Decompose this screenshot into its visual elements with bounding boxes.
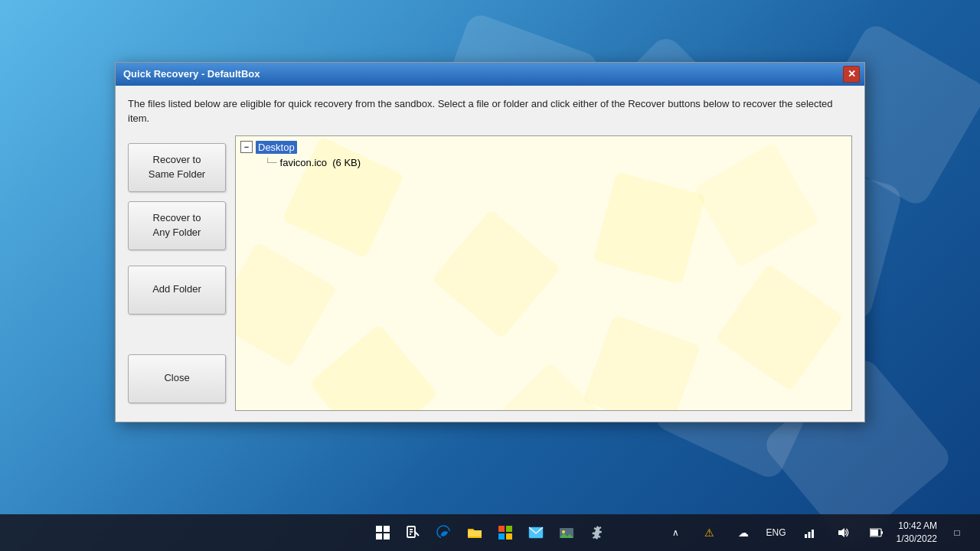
svg-rect-10: [506, 526, 512, 532]
taskbar: ∧ ⚠ ☁ ENG 10: [0, 514, 980, 551]
clock-date: 1/30/2022: [897, 533, 937, 546]
taskbar-battery-icon[interactable]: [863, 519, 890, 546]
collapse-icon[interactable]: −: [240, 141, 253, 153]
taskbar-icon-explorer[interactable]: [461, 519, 488, 546]
close-button[interactable]: ✕: [843, 66, 860, 83]
svg-rect-11: [498, 533, 505, 540]
svg-rect-12: [506, 533, 512, 540]
svg-rect-3: [384, 533, 390, 540]
svg-rect-9: [498, 526, 505, 532]
file-tree-panel[interactable]: − Desktop └─ favicon.ico (6 KB): [235, 135, 852, 411]
taskbar-right: ∧ ⚠ ☁ ENG 10: [662, 519, 971, 546]
taskbar-icon-settings[interactable]: [583, 519, 611, 546]
taskbar-cloud-icon[interactable]: ☁: [730, 519, 757, 546]
taskbar-network-icon[interactable]: [795, 519, 823, 546]
taskbar-icon-edge[interactable]: [430, 519, 458, 546]
svg-rect-1: [384, 526, 390, 532]
tree-root-item[interactable]: − Desktop: [240, 141, 847, 154]
taskbar-clock[interactable]: 10:42 AM 1/30/2022: [897, 520, 937, 546]
svg-rect-2: [376, 533, 382, 540]
taskbar-notification-icon[interactable]: □: [943, 519, 971, 546]
taskbar-chevron-up[interactable]: ∧: [662, 519, 690, 546]
dialog-description: The files listed below are eligible for …: [128, 96, 852, 126]
dialog-content: The files listed below are eligible for …: [116, 86, 864, 422]
taskbar-volume-icon[interactable]: [829, 519, 857, 546]
taskbar-warning-icon[interactable]: ⚠: [696, 519, 724, 546]
file-name[interactable]: favicon.ico (6 KB): [280, 157, 361, 168]
taskbar-language[interactable]: ENG: [763, 527, 789, 538]
svg-rect-16: [805, 534, 807, 538]
add-folder-button[interactable]: Add Folder: [128, 266, 226, 315]
start-button[interactable]: [369, 519, 397, 546]
close-dialog-button[interactable]: Close: [128, 354, 226, 403]
dialog-body: Recover toSame Folder Recover toAny Fold…: [128, 135, 852, 411]
svg-rect-22: [881, 531, 883, 534]
recover-same-folder-button[interactable]: Recover toSame Folder: [128, 143, 226, 192]
dialog-title: Quick Recovery - DefaultBox: [123, 68, 260, 80]
taskbar-icon-search[interactable]: [400, 519, 427, 546]
file-item-favicon[interactable]: └─ favicon.ico (6 KB): [265, 157, 847, 168]
dialog-overlay: Quick Recovery - DefaultBox ✕ The files …: [0, 0, 980, 514]
taskbar-icon-store[interactable]: [492, 519, 519, 546]
taskbar-icon-photos[interactable]: [553, 519, 580, 546]
svg-rect-18: [812, 530, 814, 538]
language-label: ENG: [766, 527, 786, 538]
folder-desktop[interactable]: Desktop: [256, 141, 297, 154]
taskbar-center: [369, 519, 611, 546]
recover-any-folder-button[interactable]: Recover toAny Folder: [128, 201, 226, 250]
clock-time: 10:42 AM: [897, 520, 937, 533]
file-connector-line: └─: [265, 158, 277, 167]
svg-point-15: [562, 530, 565, 533]
svg-rect-17: [808, 532, 810, 538]
svg-rect-21: [871, 530, 878, 536]
svg-marker-19: [838, 528, 844, 537]
taskbar-icon-mail[interactable]: [522, 519, 550, 546]
quick-recovery-dialog: Quick Recovery - DefaultBox ✕ The files …: [115, 62, 865, 422]
title-bar[interactable]: Quick Recovery - DefaultBox ✕: [116, 63, 864, 86]
svg-rect-0: [376, 526, 382, 532]
button-panel: Recover toSame Folder Recover toAny Fold…: [128, 135, 235, 411]
